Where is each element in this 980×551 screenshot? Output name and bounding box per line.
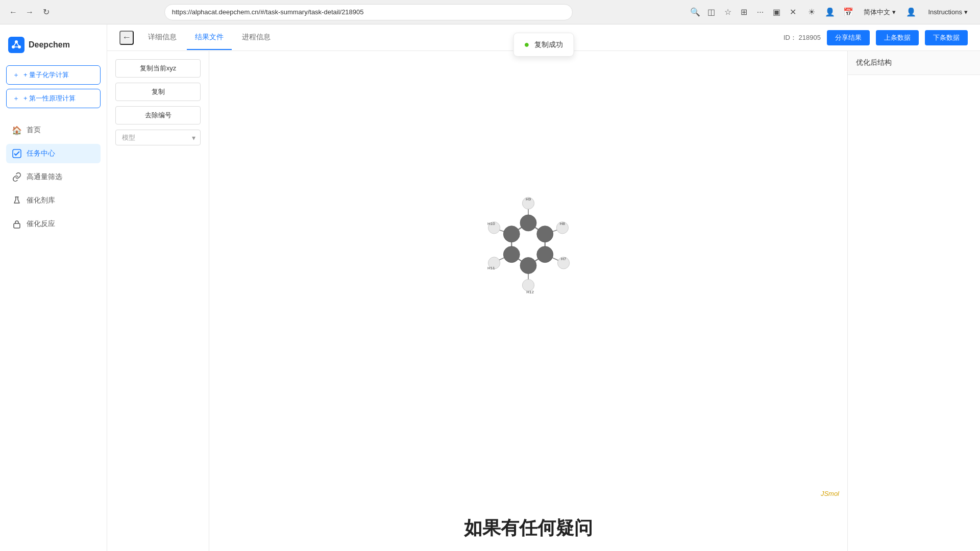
molecule-canvas: H7 H8 H9 H10 H11 H12 JSmol (209, 51, 847, 506)
delete-number-label: 去除编号 (145, 111, 172, 119)
svg-point-25 (537, 246, 553, 262)
toast-success-icon: ● (524, 39, 530, 50)
svg-text:H9: H9 (526, 196, 531, 201)
task-center-icon (12, 149, 21, 158)
home-icon: 🏠 (12, 126, 21, 135)
molecule-svg: H7 H8 H9 H10 H11 H12 (401, 177, 656, 381)
upload-label: 上条数据 (884, 34, 911, 41)
sidebar-item-label-screening: 高通量筛选 (27, 172, 62, 182)
share-result-button[interactable]: 分享结果 (827, 30, 870, 45)
chevron-down-icon-2: ▾ (964, 8, 968, 16)
reader-icon[interactable]: ◫ (704, 5, 719, 19)
catalyst-reaction-icon (12, 219, 21, 229)
toast-notification: ● 复制成功 (513, 33, 574, 57)
quantum-chemistry-label: + 量子化学计算 (23, 70, 69, 80)
svg-line-4 (16, 42, 19, 47)
lock-svg (12, 219, 21, 229)
svg-text:H10: H10 (487, 221, 495, 226)
sidebar-item-label-catalyst-lib: 催化剂库 (27, 196, 55, 205)
tab-detail-label: 详细信息 (148, 33, 177, 41)
svg-point-20 (520, 257, 536, 273)
refresh-button[interactable]: ↻ (39, 5, 53, 19)
delete-number-button[interactable]: 去除编号 (115, 106, 201, 124)
close-icon[interactable]: ✕ (786, 5, 800, 19)
svg-point-24 (537, 226, 553, 242)
copy-xyz-label: 复制当前xyz (140, 64, 177, 72)
screening-icon (12, 172, 21, 182)
address-bar[interactable]: https://alphacat.deepchem.cn/#/task-summ… (164, 4, 573, 20)
tab-result-file-label: 结果文件 (195, 33, 224, 41)
share-label: 分享结果 (835, 34, 862, 41)
left-panel: 复制当前xyz 复制 去除编号 模型 (107, 51, 209, 551)
svg-rect-7 (14, 223, 20, 228)
sidebar-item-home[interactable]: 🏠 首页 (6, 120, 101, 140)
quantum-chemistry-button[interactable]: ＋ + 量子化学计算 (6, 65, 101, 85)
tab-progress-label: 进程信息 (242, 33, 271, 41)
history-icon[interactable]: 📅 (841, 5, 855, 19)
upload-data-button[interactable]: 上条数据 (876, 30, 919, 45)
theme-icon[interactable]: ☀ (804, 5, 819, 19)
sidebar-item-label-home: 首页 (27, 126, 41, 135)
instructions-button[interactable]: Instructions ▾ (922, 6, 974, 18)
language-selector[interactable]: 简体中文 ▾ (860, 6, 900, 19)
browser-profile: ☀ 👤 📅 简体中文 ▾ 👤 Instructions ▾ (804, 5, 974, 19)
task-id: ID： 218905 (783, 33, 821, 42)
model-select-wrapper: 模型 (115, 130, 201, 145)
svg-text:H12: H12 (526, 290, 534, 294)
browser-chrome: ← → ↻ https://alphacat.deepchem.cn/#/tas… (0, 0, 980, 24)
copy-button[interactable]: 复制 (115, 83, 201, 101)
catalyst-lib-icon (12, 196, 21, 205)
task-id-label: ID： (783, 34, 797, 41)
menu-icon[interactable]: ··· (753, 5, 768, 19)
link-svg (12, 172, 21, 182)
svg-line-3 (13, 42, 16, 47)
sidebar: Deepchem ＋ + 量子化学计算 ＋ + 第一性原理计算 🏠 首页 任务中… (0, 24, 107, 551)
logo-text: Deepchem (29, 40, 70, 49)
header-right: ID： 218905 分享结果 上条数据 下条数据 (783, 30, 968, 45)
screenshot-icon[interactable]: ▣ (770, 5, 784, 19)
checkbox-svg (12, 149, 21, 158)
svg-text:H11: H11 (487, 265, 495, 270)
jsmol-label: JSmol (821, 490, 839, 497)
svg-text:H8: H8 (560, 221, 566, 226)
download-data-button[interactable]: 下条数据 (925, 30, 968, 45)
tab-result-file[interactable]: 结果文件 (187, 26, 232, 50)
language-label: 简体中文 (864, 8, 890, 17)
model-select[interactable]: 模型 (115, 130, 201, 145)
svg-point-21 (503, 246, 520, 262)
sidebar-item-task-center[interactable]: 任务中心 (6, 144, 101, 163)
bottom-text: 如果有任何疑问 (209, 506, 847, 551)
profile-icon[interactable]: 👤 (904, 5, 918, 19)
favorites-icon[interactable]: ⊞ (737, 5, 751, 19)
instructions-label: Instructions (928, 8, 962, 16)
sidebar-item-label-task: 任务中心 (27, 149, 55, 158)
copy-xyz-button[interactable]: 复制当前xyz (115, 59, 201, 78)
sidebar-item-catalyst-lib[interactable]: 催化剂库 (6, 191, 101, 210)
main-content: ● 复制成功 ← 详细信息 结果文件 进程信息 ID： 218905 分享结果 (107, 24, 980, 551)
url-text: https://alphacat.deepchem.cn/#/task-summ… (172, 8, 364, 16)
sidebar-item-screening[interactable]: 高通量筛选 (6, 167, 101, 187)
account-icon[interactable]: 👤 (823, 5, 837, 19)
copy-label: 复制 (152, 88, 165, 95)
back-navigation-button[interactable]: ← (119, 31, 134, 45)
right-panel-header: 优化后结构 (848, 51, 980, 75)
logo: Deepchem (6, 33, 101, 61)
plus-icon-2: ＋ (13, 94, 19, 103)
task-id-value: 218905 (799, 34, 821, 41)
bookmark-icon[interactable]: ☆ (721, 5, 735, 19)
tab-progress[interactable]: 进程信息 (234, 26, 279, 50)
first-principle-button[interactable]: ＋ + 第一性原理计算 (6, 89, 101, 108)
search-icon[interactable]: 🔍 (688, 5, 702, 19)
sidebar-item-label-catalyst-reaction: 催化反应 (27, 219, 55, 229)
deepchem-logo-svg (10, 39, 22, 51)
back-button[interactable]: ← (6, 5, 20, 19)
toast-text: 复制成功 (534, 40, 563, 49)
molecule-viewer: H7 H8 H9 H10 H11 H12 JSmol 如果有任 (209, 51, 847, 551)
right-panel: 优化后结构 (847, 51, 980, 551)
forward-button[interactable]: → (22, 5, 37, 19)
svg-text:H7: H7 (561, 256, 567, 261)
tab-detail[interactable]: 详细信息 (140, 26, 185, 50)
sidebar-item-catalyst-reaction[interactable]: 催化反应 (6, 214, 101, 234)
flask-svg (12, 196, 21, 205)
content-body: 复制当前xyz 复制 去除编号 模型 (107, 51, 980, 551)
